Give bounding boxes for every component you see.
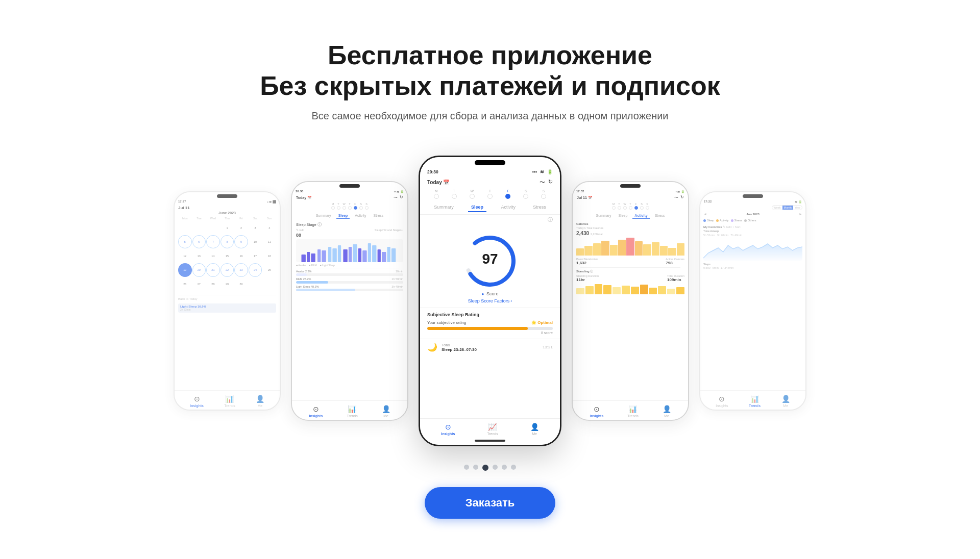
svg-rect-13 [368, 243, 371, 262]
dot-2[interactable] [473, 465, 478, 470]
svg-rect-15 [378, 249, 381, 262]
svg-rect-12 [362, 250, 366, 262]
center-status-bar: 20:30 ▪▪▪ ≋ 🔋 [420, 167, 560, 176]
page-title: Бесплатное приложение Без скрытых платеж… [260, 40, 720, 101]
area-chart [703, 238, 802, 261]
phones-row: 17:27 ▪ ≋ ⬛ Jul 11 June 2023 Mon Tue Wed… [174, 156, 806, 446]
cal-month: June 2023 [178, 211, 276, 215]
sleep-session: 🌙 Total Sleep 23:28–07:30 13:21 [420, 339, 560, 355]
svg-rect-11 [358, 248, 361, 262]
svg-rect-8 [343, 249, 347, 262]
phone-4-wrapper: 17:32 ▪ ≋ 🔋 Jul 11 📅 〜 ↻ M T W T F [572, 181, 689, 421]
dot-5[interactable] [502, 465, 507, 470]
svg-rect-2 [311, 253, 315, 262]
carousel-dots [464, 465, 516, 471]
phone-center: 20:30 ▪▪▪ ≋ 🔋 Today 📅 〜 ↻ [419, 156, 561, 446]
rem-stage: REM 25.2% 1h 50min [296, 277, 403, 284]
dot-1[interactable] [464, 465, 469, 470]
phone-2-screen: 20:30 ▪▪ ≋ 🔋 Today 📅 〜 ↻ M T W T F [292, 182, 407, 420]
phone-2: 20:30 ▪▪ ≋ 🔋 Today 📅 〜 ↻ M T W T F [291, 181, 408, 421]
svg-rect-4 [322, 250, 326, 262]
page-header: Бесплатное приложение Без скрытых платеж… [260, 40, 720, 148]
phone-1-content: Jul 11 June 2023 Mon Tue Wed Thu Fri Sat… [175, 204, 280, 390]
score-container: 97 ● Score Sleep Score Factors › [420, 225, 560, 308]
standing-chart [576, 284, 684, 294]
nav-trends[interactable]: 📈 Trends [487, 423, 498, 436]
status-bar-1: 17:27 ▪ ≋ ⬛ [175, 199, 280, 204]
cta-button[interactable]: Заказать [425, 487, 556, 519]
light-stage: Light Sleep 48.3% 3h 40min [296, 285, 403, 291]
trends-label: Trends [487, 432, 498, 436]
phone-5-screen: 17:22 ≋ 🔋 Week Month Year ◄ Jun 2023 ► [700, 192, 805, 410]
status-bar-2: 20:30 ▪▪ ≋ 🔋 [292, 189, 407, 194]
svg-rect-10 [353, 244, 357, 262]
phone-5-wrapper: 17:22 ≋ 🔋 Week Month Year ◄ Jun 2023 ► [699, 191, 806, 411]
phone-2-nav: ⊙ Insights 📊 Trends 👤 Me [292, 400, 407, 420]
phone-center-nav: ⊙ Insights 📈 Trends 👤 Me [420, 418, 560, 438]
me-icon: 👤 [530, 423, 539, 431]
nav-me[interactable]: 👤 Me [530, 423, 539, 436]
dot-6[interactable] [511, 465, 516, 470]
rating-progress-bar [427, 327, 553, 330]
rating-score-value: 8 score [427, 331, 553, 335]
phone-center-wrapper: 20:30 ▪▪▪ ≋ 🔋 Today 📅 〜 ↻ [419, 156, 561, 446]
svg-rect-17 [387, 247, 390, 262]
svg-rect-16 [382, 252, 386, 262]
status-bar-5: 17:22 ≋ 🔋 [700, 199, 805, 204]
cal-grid: Mon Tue Wed Thu Fri Sat Sun 1 2 3 4 [178, 216, 276, 291]
svg-rect-6 [332, 248, 336, 262]
nav-insights[interactable]: ⊙ Insights [441, 423, 455, 436]
phone-4-nav: ⊙ Insights 📊 Trends 👤 Me [573, 400, 688, 420]
phone-1-wrapper: 17:27 ▪ ≋ ⬛ Jul 11 June 2023 Mon Tue Wed… [174, 191, 281, 411]
phone-1: 17:27 ▪ ≋ ⬛ Jul 11 June 2023 Mon Tue Wed… [174, 191, 281, 411]
cal-date: Jul 11 [178, 206, 276, 210]
awake-stage: Awake 2.2% 10min [296, 270, 403, 276]
phone-1-nav: ⊙ Insights 📊 Trends 👤 Me [175, 390, 280, 410]
score-number: 97 [482, 251, 498, 267]
trends-icon: 📈 [488, 423, 497, 431]
phone-2-wrapper: 20:30 ▪▪ ≋ 🔋 Today 📅 〜 ↻ M T W T F [291, 181, 408, 421]
dynamic-island-1 [217, 194, 237, 198]
dynamic-island-4 [620, 184, 641, 188]
svg-rect-9 [349, 247, 352, 262]
sleep-score-factors-button[interactable]: Sleep Score Factors › [468, 298, 512, 303]
insights-label: Insights [441, 432, 455, 436]
dot-3[interactable] [482, 465, 488, 471]
svg-rect-14 [372, 245, 376, 262]
rating-section: Subjective Sleep Rating Your subjective … [420, 308, 560, 339]
score-circle: 97 [462, 233, 518, 289]
insights-icon: ⊙ [445, 423, 451, 431]
page-subtitle: Все самое необходимое для сбора и анализ… [260, 110, 720, 122]
phone-4-week: M T W T F S S [573, 201, 688, 211]
dot-4[interactable] [493, 465, 498, 470]
status-bar-4: 17:32 ▪ ≋ 🔋 [573, 189, 688, 194]
dynamic-island-5 [743, 194, 763, 198]
phone-5: 17:22 ≋ 🔋 Week Month Year ◄ Jun 2023 ► [699, 191, 806, 411]
phone-4-tabs: Summary Sleep Activity Stress [573, 211, 688, 221]
phone-4: 17:32 ▪ ≋ 🔋 Jul 11 📅 〜 ↻ M T W T F [572, 181, 689, 421]
phone-4-screen: 17:32 ▪ ≋ 🔋 Jul 11 📅 〜 ↻ M T W T F [573, 182, 688, 420]
dynamic-island-2 [339, 184, 360, 188]
dynamic-island-center [475, 160, 505, 165]
phone-2-week: M T W T F S S [292, 201, 407, 211]
center-tabs: Summary Sleep Activity Stress [420, 201, 560, 215]
svg-rect-0 [302, 255, 306, 262]
svg-rect-3 [317, 249, 321, 262]
phone-1-screen: 17:27 ▪ ≋ ⬛ Jul 11 June 2023 Mon Tue Wed… [175, 192, 280, 410]
phone-center-screen: 20:30 ▪▪▪ ≋ 🔋 Today 📅 〜 ↻ [420, 157, 560, 445]
svg-rect-5 [328, 247, 331, 262]
svg-rect-1 [307, 252, 310, 262]
phone-2-tabs: Summary Sleep Activity Stress [292, 211, 407, 221]
phone-5-nav: ⊙ Insights 📊 Trends 👤 Me [700, 390, 805, 410]
home-indicator [475, 440, 505, 442]
me-label: Me [532, 432, 537, 436]
svg-rect-7 [338, 245, 341, 262]
sleep-moon-icon: 🌙 [427, 342, 437, 352]
svg-rect-18 [391, 248, 396, 262]
phone-5-legend: Sleep Activity Stress Others [700, 218, 805, 223]
sleep-stage-chart [296, 239, 403, 262]
calories-chart [576, 238, 684, 256]
